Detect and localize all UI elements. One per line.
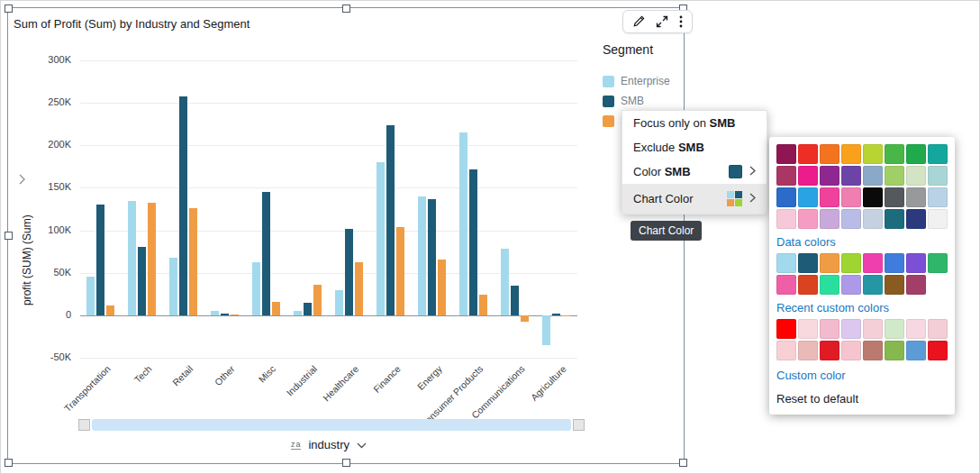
color-swatch[interactable]: [928, 319, 948, 339]
menu-item-3[interactable]: Chart Color: [622, 184, 767, 214]
chart-widget[interactable]: Sum of Profit (Sum) by Industry and Segm…: [7, 7, 685, 464]
menu-item-1[interactable]: Exclude SMB: [622, 135, 767, 160]
color-swatch[interactable]: [885, 209, 904, 229]
bar-startup-finance[interactable]: [396, 227, 404, 315]
bar-enterprise-tech[interactable]: [128, 201, 136, 315]
color-swatch[interactable]: [906, 187, 926, 207]
color-swatch[interactable]: [928, 144, 948, 164]
color-swatch[interactable]: [798, 209, 818, 229]
color-swatch[interactable]: [798, 341, 818, 360]
bar-smb-industrial[interactable]: [304, 303, 312, 315]
color-swatch[interactable]: [906, 341, 926, 360]
color-swatch[interactable]: [820, 144, 839, 164]
color-swatch[interactable]: [776, 275, 796, 295]
sort-icon[interactable]: za: [291, 440, 302, 450]
bar-enterprise-misc[interactable]: [252, 262, 260, 315]
color-swatch[interactable]: [906, 166, 926, 186]
color-swatch[interactable]: [820, 187, 839, 207]
color-swatch[interactable]: [885, 319, 904, 339]
color-swatch[interactable]: [863, 144, 883, 164]
color-swatch[interactable]: [776, 209, 796, 229]
color-swatch[interactable]: [885, 187, 904, 207]
color-swatch[interactable]: [820, 166, 839, 186]
color-swatch[interactable]: [841, 341, 861, 360]
color-swatch[interactable]: [863, 209, 883, 229]
color-swatch[interactable]: [928, 187, 948, 207]
color-swatch[interactable]: [928, 209, 948, 229]
resize-handle-bottom-middle[interactable]: [342, 459, 350, 467]
color-swatch[interactable]: [906, 144, 926, 164]
color-swatch[interactable]: [841, 187, 861, 207]
color-swatch[interactable]: [776, 319, 796, 339]
bar-enterprise-consumer-products[interactable]: [459, 132, 467, 315]
bar-startup-tech[interactable]: [148, 203, 156, 315]
resize-handle-bottom-right[interactable]: [679, 459, 687, 467]
color-swatch[interactable]: [863, 166, 883, 186]
menu-item-0[interactable]: Focus only on SMB: [622, 111, 767, 135]
color-swatch[interactable]: [863, 275, 883, 295]
bar-startup-consumer-products[interactable]: [479, 295, 487, 315]
color-swatch[interactable]: [885, 166, 904, 186]
menu-item-2[interactable]: Color SMB: [622, 160, 767, 184]
color-swatch[interactable]: [841, 275, 861, 295]
bar-smb-communications[interactable]: [511, 286, 519, 315]
color-swatch[interactable]: [798, 187, 818, 207]
bar-smb-transportation[interactable]: [96, 205, 104, 315]
resize-handle-bottom-left[interactable]: [5, 459, 13, 467]
legend-item-smb[interactable]: SMB: [603, 91, 693, 111]
color-swatch[interactable]: [906, 253, 926, 273]
color-swatch[interactable]: [820, 341, 839, 360]
bar-startup-industrial[interactable]: [313, 285, 322, 315]
color-swatch[interactable]: [798, 144, 818, 164]
resize-handle-top-middle[interactable]: [342, 5, 350, 13]
color-swatch[interactable]: [928, 166, 948, 186]
x-scrollbar[interactable]: [78, 418, 585, 431]
resize-handle-middle-left[interactable]: [5, 232, 13, 240]
color-swatch[interactable]: [885, 275, 904, 295]
bar-enterprise-energy[interactable]: [418, 196, 426, 315]
color-swatch[interactable]: [820, 275, 839, 295]
color-swatch[interactable]: [841, 319, 861, 339]
reset-default-button[interactable]: Reset to default: [776, 392, 948, 406]
bar-enterprise-transportation[interactable]: [86, 277, 95, 314]
bar-enterprise-finance[interactable]: [377, 162, 385, 315]
bar-enterprise-industrial[interactable]: [294, 311, 302, 315]
bar-smb-agriculture[interactable]: [552, 314, 560, 315]
color-swatch[interactable]: [863, 187, 883, 207]
color-swatch[interactable]: [906, 275, 926, 295]
bar-startup-retail[interactable]: [189, 208, 197, 315]
bar-enterprise-retail[interactable]: [169, 258, 177, 315]
color-swatch[interactable]: [776, 187, 796, 207]
bar-smb-tech[interactable]: [138, 247, 146, 315]
bar-startup-communications[interactable]: [521, 315, 529, 323]
color-swatch[interactable]: [928, 253, 948, 273]
color-swatch[interactable]: [906, 209, 926, 229]
color-swatch[interactable]: [863, 341, 883, 360]
resize-handle-top-left[interactable]: [5, 5, 13, 13]
bar-smb-consumer-products[interactable]: [469, 169, 477, 315]
color-swatch[interactable]: [798, 166, 818, 186]
color-swatch[interactable]: [841, 253, 861, 273]
edit-pencil-icon[interactable]: [632, 15, 645, 28]
color-swatch[interactable]: [885, 253, 904, 273]
bar-startup-agriculture[interactable]: [562, 315, 570, 316]
bar-enterprise-other[interactable]: [211, 311, 219, 315]
bar-smb-misc[interactable]: [262, 192, 270, 315]
bar-smb-other[interactable]: [221, 314, 229, 315]
scrollbar-right-handle[interactable]: [573, 419, 585, 431]
color-swatch[interactable]: [776, 144, 796, 164]
custom-color-link[interactable]: Custom color: [776, 369, 948, 382]
bar-startup-healthcare[interactable]: [355, 262, 363, 315]
bar-enterprise-healthcare[interactable]: [335, 290, 343, 315]
color-swatch[interactable]: [885, 144, 904, 164]
bar-smb-healthcare[interactable]: [345, 229, 353, 315]
color-swatch[interactable]: [820, 253, 839, 273]
color-swatch[interactable]: [776, 166, 796, 186]
color-swatch[interactable]: [885, 341, 904, 360]
bar-smb-retail[interactable]: [179, 96, 187, 315]
color-swatch[interactable]: [863, 319, 883, 339]
color-swatch[interactable]: [776, 341, 796, 360]
bar-startup-misc[interactable]: [272, 302, 280, 315]
bar-enterprise-agriculture[interactable]: [542, 315, 550, 345]
color-swatch[interactable]: [798, 253, 818, 273]
